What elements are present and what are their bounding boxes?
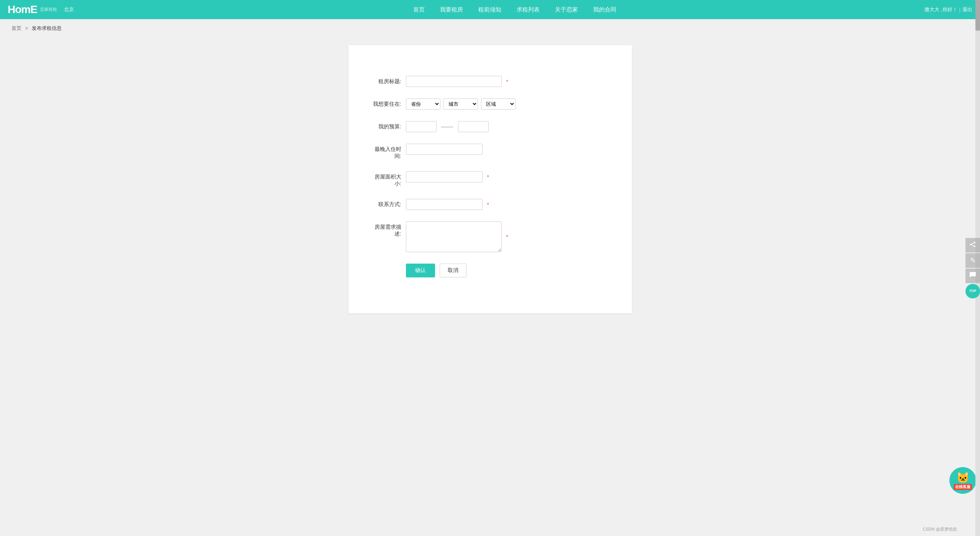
- area-field: *: [406, 171, 609, 182]
- location-field: 省份 城市 区域: [406, 98, 609, 110]
- cs-circle: 🐱 在线客服: [949, 467, 976, 494]
- location-row: 我想要住在: 省份 城市 区域: [371, 98, 609, 110]
- area-input[interactable]: [406, 171, 483, 182]
- share-button[interactable]: [965, 238, 980, 252]
- cancel-button[interactable]: 取消: [440, 264, 466, 277]
- breadcrumb-separator: >: [25, 25, 28, 31]
- edit-button[interactable]: ✎: [965, 253, 980, 268]
- nav-guide[interactable]: 租前须知: [476, 6, 503, 13]
- top-label: TOP: [969, 289, 976, 293]
- contact-input[interactable]: [406, 199, 483, 210]
- contact-field: *: [406, 199, 609, 210]
- title-label: 租房标题:: [371, 76, 406, 85]
- logo-sub: 恋家租租: [40, 7, 57, 12]
- breadcrumb-home[interactable]: 首页: [11, 25, 21, 31]
- nav-list[interactable]: 求租列表: [515, 6, 542, 13]
- province-select[interactable]: 省份: [406, 98, 440, 110]
- nav-about[interactable]: 关于恋家: [553, 6, 580, 13]
- breadcrumb: 首页 > 发布求租信息: [0, 19, 980, 38]
- title-row: 租房标题: *: [371, 76, 609, 87]
- nav-contract[interactable]: 我的合同: [591, 6, 618, 13]
- main-header: HomE 恋家租租 北京 首页 我要租房 租前须知 求租列表 关于恋家 我的合同…: [0, 0, 980, 19]
- top-button[interactable]: TOP: [965, 284, 980, 298]
- logo-text: HomE: [8, 3, 37, 16]
- budget-row: 我的预算: ——: [371, 121, 609, 132]
- desc-row: 房屋需求描述: *: [371, 221, 609, 252]
- title-input[interactable]: [406, 76, 502, 87]
- nav-home[interactable]: 首页: [411, 6, 427, 13]
- form-buttons: 确认 取消: [406, 264, 609, 277]
- desc-field: *: [406, 221, 609, 252]
- confirm-button[interactable]: 确认: [406, 264, 435, 277]
- main-nav: 首页 我要租房 租前须知 求租列表 关于恋家 我的合同: [105, 6, 924, 13]
- scrollbar-thumb[interactable]: [975, 0, 980, 31]
- form-card: 租房标题: * 我想要住在: 省份 城市 区域 我的预: [348, 45, 632, 313]
- area-row: 房屋面积大小: *: [371, 171, 609, 187]
- nav-rent[interactable]: 我要租房: [438, 6, 465, 13]
- checkin-field: [406, 144, 609, 155]
- contact-label: 联系方式:: [371, 199, 406, 208]
- user-greeting: 微大大 ,你好！: [924, 6, 957, 13]
- footer-text: CSDN @星梦统统: [923, 527, 957, 531]
- contact-row: 联系方式: *: [371, 199, 609, 210]
- svg-line-4: [971, 244, 975, 246]
- checkin-input[interactable]: [406, 144, 483, 155]
- title-required: *: [506, 79, 508, 85]
- title-field: *: [406, 76, 609, 87]
- cs-label: 在线客服: [954, 484, 972, 490]
- district-select[interactable]: 区域: [481, 98, 515, 110]
- budget-label: 我的预算:: [371, 121, 406, 130]
- checkin-label: 最晚入住时间:: [371, 144, 406, 160]
- footer-badge: CSDN @星梦统统: [923, 526, 957, 532]
- edit-icon: ✎: [970, 256, 976, 265]
- logout-button[interactable]: 退出: [962, 6, 972, 13]
- budget-field: ——: [406, 121, 609, 132]
- budget-max-input[interactable]: [458, 121, 489, 132]
- desc-textarea[interactable]: [406, 221, 502, 252]
- area-required: *: [487, 174, 489, 180]
- checkin-row: 最晚入住时间:: [371, 144, 609, 160]
- location-label: 我想要住在:: [371, 98, 406, 108]
- cs-face-icon: 🐱: [956, 471, 970, 484]
- desc-label: 房屋需求描述:: [371, 221, 406, 238]
- budget-dash: ——: [441, 123, 453, 130]
- breadcrumb-current: 发布求租信息: [32, 25, 62, 31]
- main-content: 租房标题: * 我想要住在: 省份 城市 区域 我的预: [0, 38, 980, 336]
- budget-min-input[interactable]: [406, 121, 437, 132]
- chat-icon: [969, 272, 976, 280]
- area-label: 房屋面积大小:: [371, 171, 406, 187]
- chat-button[interactable]: [965, 269, 980, 283]
- contact-required: *: [487, 202, 489, 208]
- city-select[interactable]: 城市: [443, 98, 478, 110]
- right-panel: ✎ TOP: [965, 238, 980, 298]
- header-city: 北京: [64, 6, 74, 13]
- share-icon: [970, 241, 976, 249]
- header-user-area: 微大大 ,你好！ | 退出: [924, 6, 972, 13]
- svg-line-3: [971, 243, 975, 244]
- desc-required: *: [506, 234, 508, 240]
- logo-container: HomE 恋家租租 北京: [8, 3, 74, 16]
- header-divider: |: [959, 7, 960, 13]
